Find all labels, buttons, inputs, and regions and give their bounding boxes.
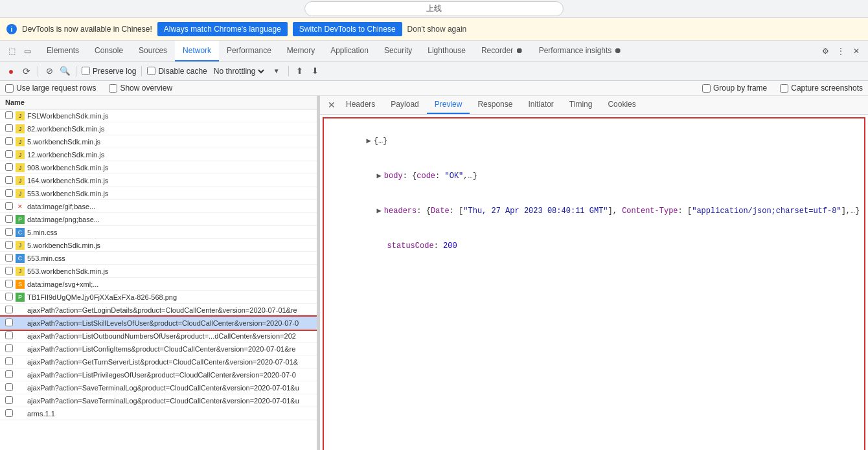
show-overview-input[interactable] bbox=[109, 84, 117, 93]
tab-console[interactable]: Console bbox=[87, 41, 131, 62]
device-icon[interactable]: ▭ bbox=[21, 45, 34, 58]
tab-performance[interactable]: Performance bbox=[219, 41, 279, 62]
filter-button[interactable]: ⊘ bbox=[43, 65, 55, 77]
list-item-checkbox[interactable] bbox=[5, 228, 16, 237]
list-item[interactable]: PTB1FII9dUgQMeJjy0FjXXaExFXa-826-568.png bbox=[0, 291, 317, 304]
list-item[interactable]: C5.min.css bbox=[0, 226, 317, 239]
list-item[interactable]: Pdata:image/png;base... bbox=[0, 213, 317, 226]
list-item[interactable]: J82.workbenchSdk.min.js bbox=[0, 122, 317, 135]
tab-network[interactable]: Network bbox=[175, 41, 219, 62]
list-item-type-icon bbox=[16, 409, 25, 418]
dismiss-button[interactable]: Don't show again bbox=[407, 25, 467, 34]
panel-tab-headers[interactable]: Headers bbox=[338, 96, 383, 114]
list-item-checkbox[interactable] bbox=[5, 357, 16, 366]
throttle-dropdown-icon[interactable]: ▼ bbox=[270, 65, 283, 78]
import-button[interactable]: ⬆ bbox=[294, 65, 306, 77]
panel-tab-timing[interactable]: Timing bbox=[562, 96, 600, 114]
capture-screenshots-input[interactable] bbox=[780, 84, 788, 93]
list-item[interactable]: ✕data:image/gif;base... bbox=[0, 200, 317, 213]
preserve-log-input[interactable] bbox=[82, 67, 90, 75]
list-item-checkbox[interactable] bbox=[5, 396, 16, 405]
list-item-checkbox[interactable] bbox=[5, 293, 16, 302]
preserve-log-checkbox[interactable]: Preserve log bbox=[82, 67, 136, 76]
tab-memory[interactable]: Memory bbox=[279, 41, 323, 62]
list-item[interactable]: ajaxPath?action=SaveTerminalLog&product=… bbox=[0, 381, 317, 394]
list-item[interactable]: ajaxPath?action=ListPrivilegesOfUser&pro… bbox=[0, 368, 317, 381]
tab-elements[interactable]: Elements bbox=[39, 41, 87, 62]
list-item[interactable]: C553.min.css bbox=[0, 252, 317, 265]
list-item-checkbox[interactable] bbox=[5, 202, 16, 211]
list-item[interactable]: ajaxPath?action=ListOutboundNumbersOfUse… bbox=[0, 330, 317, 343]
list-item-checkbox[interactable] bbox=[5, 189, 16, 198]
list-item[interactable]: J5.workbenchSdk.min.js bbox=[0, 239, 317, 252]
large-rows-input[interactable] bbox=[5, 84, 14, 93]
list-item-checkbox[interactable] bbox=[5, 409, 16, 418]
list-item-checkbox[interactable] bbox=[5, 332, 16, 341]
panel-tab-payload[interactable]: Payload bbox=[383, 96, 426, 114]
tab-application[interactable]: Application bbox=[323, 41, 376, 62]
panel-close-button[interactable]: ✕ bbox=[325, 97, 338, 113]
list-item-checkbox[interactable] bbox=[5, 241, 16, 250]
group-frame-checkbox[interactable]: Group by frame bbox=[702, 84, 767, 93]
list-item[interactable]: J908.workbenchSdk.min.js bbox=[0, 161, 317, 174]
json-headers-arrow[interactable]: ▶ bbox=[377, 207, 382, 216]
tab-performance-insights[interactable]: Performance insights ⏺ bbox=[531, 41, 630, 62]
list-item-checkbox[interactable] bbox=[5, 215, 16, 224]
switch-devtools-button[interactable]: Switch DevTools to Chinese bbox=[293, 22, 402, 36]
list-item-checkbox[interactable] bbox=[5, 137, 16, 146]
list-item[interactable]: J12.workbenchSdk.min.js bbox=[0, 148, 317, 161]
list-item-checkbox[interactable] bbox=[5, 124, 16, 133]
panel-tab-initiator[interactable]: Initiator bbox=[520, 96, 561, 114]
panel-tab-cookies[interactable]: Cookies bbox=[600, 96, 643, 114]
list-item[interactable]: ajaxPath?action=SaveTerminalLog&product=… bbox=[0, 394, 317, 407]
list-item-checkbox[interactable] bbox=[5, 176, 16, 185]
list-item-checkbox[interactable] bbox=[5, 319, 16, 328]
disable-cache-input[interactable] bbox=[147, 67, 155, 75]
large-rows-checkbox[interactable]: Use large request rows bbox=[5, 84, 96, 93]
record-button[interactable]: ● bbox=[5, 65, 17, 77]
close-icon[interactable]: ✕ bbox=[850, 45, 863, 58]
browser-address[interactable]: 上线 bbox=[304, 1, 564, 16]
list-item-checkbox[interactable] bbox=[5, 150, 16, 159]
panel-tab-preview[interactable]: Preview bbox=[427, 96, 470, 114]
list-item[interactable]: J5.workbenchSdk.min.js bbox=[0, 135, 317, 148]
list-item[interactable]: ajaxPath?action=GetLoginDetails&product=… bbox=[0, 304, 317, 317]
list-item[interactable]: ajaxPath?action=GetTurnServerList&produc… bbox=[0, 355, 317, 368]
list-item[interactable]: J553.workbenchSdk.min.js bbox=[0, 187, 317, 200]
json-root-arrow[interactable]: ▶ bbox=[367, 137, 371, 146]
list-item-checkbox[interactable] bbox=[5, 344, 16, 354]
settings-icon[interactable]: ⚙ bbox=[819, 45, 832, 58]
list-item[interactable]: ajaxPath?action=ListConfigItems&product=… bbox=[0, 343, 317, 355]
clear-button[interactable]: ⟳ bbox=[21, 65, 32, 77]
export-button[interactable]: ⬇ bbox=[310, 65, 321, 77]
list-item[interactable]: arms.1.1 bbox=[0, 407, 317, 420]
throttle-select[interactable]: No throttling bbox=[211, 66, 266, 76]
list-item[interactable]: J164.workbenchSdk.min.js bbox=[0, 174, 317, 187]
group-frame-input[interactable] bbox=[702, 84, 711, 93]
list-item-checkbox[interactable] bbox=[5, 370, 16, 379]
tab-sources[interactable]: Sources bbox=[131, 41, 175, 62]
cursor-icon[interactable]: ⬚ bbox=[5, 45, 18, 58]
list-item-checkbox[interactable] bbox=[5, 254, 16, 263]
list-item-checkbox[interactable] bbox=[5, 111, 16, 120]
panel-tab-response[interactable]: Response bbox=[470, 96, 520, 114]
list-item-checkbox[interactable] bbox=[5, 280, 16, 289]
list-item[interactable]: ajaxPath?action=ListSkillLevelsOfUser&pr… bbox=[0, 317, 317, 330]
list-item[interactable]: Sdata:image/svg+xml;... bbox=[0, 278, 317, 291]
list-item[interactable]: J553.workbenchSdk.min.js bbox=[0, 265, 317, 278]
search-button[interactable]: 🔍 bbox=[59, 65, 71, 77]
list-item[interactable]: JFSLWorkbenchSdk.min.js bbox=[0, 109, 317, 122]
show-overview-checkbox[interactable]: Show overview bbox=[109, 84, 172, 93]
match-language-button[interactable]: Always match Chrome's language bbox=[157, 22, 288, 36]
disable-cache-checkbox[interactable]: Disable cache bbox=[147, 67, 207, 76]
tab-security[interactable]: Security bbox=[376, 41, 420, 62]
list-item-checkbox[interactable] bbox=[5, 163, 16, 172]
json-body-arrow[interactable]: ▶ bbox=[377, 172, 382, 181]
list-item-checkbox[interactable] bbox=[5, 306, 16, 315]
tab-lighthouse[interactable]: Lighthouse bbox=[420, 41, 474, 62]
capture-screenshots-checkbox[interactable]: Capture screenshots bbox=[780, 84, 863, 93]
list-item-checkbox[interactable] bbox=[5, 267, 16, 276]
tab-recorder[interactable]: Recorder ⏺ bbox=[474, 41, 531, 62]
list-item-checkbox[interactable] bbox=[5, 383, 16, 392]
more-icon[interactable]: ⋮ bbox=[834, 45, 847, 58]
